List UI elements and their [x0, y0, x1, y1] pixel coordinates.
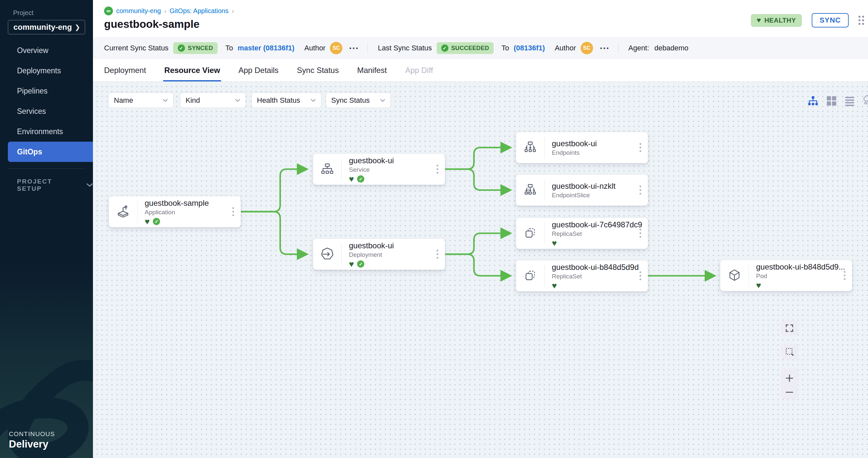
tab-app-diff[interactable]: App Diff — [405, 59, 433, 81]
author-label: Author — [555, 44, 576, 52]
node-title: guestbook-ui-b848d5d9d — [552, 262, 648, 272]
node-kind: Deployment — [349, 251, 445, 259]
sidebar-item-pipelines[interactable]: Pipelines — [0, 81, 93, 101]
author-label: Author — [304, 44, 326, 52]
node-menu-button[interactable] — [638, 227, 643, 240]
node-replicaset-1[interactable]: guestbook-ui-7c64987dc9 ReplicaSet ♥ — [516, 218, 648, 249]
tab-sync-status[interactable]: Sync Status — [297, 59, 339, 81]
edge-deployment-replicaset2 — [445, 254, 509, 276]
project-setup-toggle[interactable]: PROJECT SETUP — [17, 178, 93, 192]
tab-app-details[interactable]: App Details — [238, 59, 279, 81]
filter-health-status[interactable]: Health Status — [251, 93, 321, 108]
node-replicaset-2[interactable]: guestbook-ui-b848d5d9d ReplicaSet ♥ — [516, 260, 648, 292]
resource-graph-canvas: Name Kind Health Status Sync Status — [93, 82, 868, 458]
filter-health-status-label: Health Status — [257, 96, 300, 105]
node-menu-button[interactable] — [638, 141, 643, 154]
endpointslice-icon — [516, 175, 544, 205]
node-title: guestbook-ui — [552, 139, 648, 149]
sync-more-button[interactable] — [600, 47, 609, 49]
health-status-badge: ♥ HEALTHY — [751, 14, 802, 27]
project-name: community-eng — [13, 23, 72, 32]
page-header: ∞ community-eng › GitOps: Applications ›… — [93, 0, 868, 37]
pod-icon — [720, 260, 748, 291]
module-logo-line2: Delivery — [9, 438, 55, 450]
node-menu-button[interactable] — [842, 269, 847, 282]
sync-button[interactable]: SYNC — [812, 13, 849, 28]
sidebar-item-gitops[interactable]: GitOps — [8, 142, 93, 162]
check-icon: ✓ — [441, 44, 448, 52]
health-badge-label: HEALTHY — [764, 17, 796, 24]
breadcrumb-separator: › — [164, 7, 166, 15]
edge-app-service — [241, 169, 306, 212]
node-endpoints[interactable]: guestbook-ui Endpoints — [516, 132, 648, 163]
sidebar-item-deployments[interactable]: Deployments — [0, 61, 93, 81]
current-commit-link[interactable]: master (08136f1) — [238, 44, 294, 52]
filter-name[interactable]: Name — [108, 93, 174, 108]
sidebar-item-overview[interactable]: Overview — [0, 40, 93, 61]
last-commit-link[interactable]: (08136f1) — [514, 44, 545, 52]
zoom-out-icon[interactable] — [785, 391, 794, 394]
sync-status-bar: Current Sync Status ✓ SYNCED To master (… — [93, 37, 868, 59]
sync-more-button[interactable] — [349, 47, 358, 49]
node-service[interactable]: guestbook-ui Service ♥ ✓ — [313, 154, 445, 185]
node-kind: Application — [145, 208, 241, 216]
healthy-heart-icon: ♥ — [756, 282, 761, 289]
fit-to-screen-button[interactable] — [781, 320, 798, 336]
tab-resource-view[interactable]: Resource View — [164, 59, 220, 81]
chevron-down-icon — [380, 99, 385, 102]
service-icon — [313, 154, 341, 185]
agent-value: debademo — [654, 44, 688, 52]
chevron-down-icon — [86, 183, 93, 187]
node-title: guestbook-ui-7c64987dc9 — [552, 220, 648, 230]
node-menu-button[interactable] — [638, 269, 643, 282]
node-kind: Service — [349, 166, 445, 174]
breadcrumb-project-link[interactable]: community-eng — [116, 7, 161, 15]
synced-badge-label: SYNCED — [188, 45, 213, 52]
app-menu-button[interactable] — [859, 16, 864, 25]
application-icon — [109, 196, 137, 227]
sidebar-item-environments[interactable]: Environments — [0, 121, 93, 142]
node-menu-button[interactable] — [230, 205, 236, 218]
to-label: To — [501, 44, 509, 52]
filter-sync-status-label: Sync Status — [331, 96, 370, 105]
agent-label: Agent: — [628, 44, 649, 52]
tab-deployment[interactable]: Deployment — [104, 59, 146, 81]
node-kind: Endpoints — [552, 149, 648, 157]
breadcrumb-applications-link[interactable]: GitOps: Applications — [169, 7, 228, 15]
node-application[interactable]: guestbook-sample Application ♥ ✓ — [108, 196, 241, 227]
succeeded-badge: ✓ SUCCEEDED — [437, 42, 494, 54]
project-setup-label: PROJECT SETUP — [17, 178, 79, 192]
edge-service-endpoints — [445, 148, 509, 169]
synced-check-icon: ✓ — [357, 260, 364, 268]
edge-service-endpointslice — [445, 169, 509, 190]
sidebar: Project community-eng ❯ Overview Deploym… — [0, 0, 93, 458]
author-avatar: SC — [330, 42, 342, 54]
filter-kind-label: Kind — [186, 96, 200, 105]
project-selector[interactable]: community-eng ❯ — [8, 20, 85, 34]
check-icon: ✓ — [178, 44, 185, 52]
divider — [368, 42, 368, 54]
node-pod[interactable]: guestbook-ui-b848d5d9... Pod ♥ — [720, 260, 852, 291]
replicaset-icon — [516, 260, 544, 291]
node-endpointslice[interactable]: guestbook-ui-nzklt EndpointSlice — [516, 174, 648, 206]
sidebar-item-services[interactable]: Services — [0, 101, 93, 121]
grid-view-icon[interactable] — [826, 95, 837, 107]
node-kind: Pod — [756, 272, 852, 280]
tab-manifest[interactable]: Manifest — [357, 59, 387, 81]
node-menu-button[interactable] — [638, 184, 643, 197]
cluster-view-icon[interactable] — [862, 95, 868, 107]
marquee-select-button[interactable] — [781, 344, 798, 360]
node-menu-button[interactable] — [435, 163, 440, 176]
list-view-icon[interactable] — [844, 95, 856, 107]
hierarchy-view-icon[interactable] — [807, 95, 819, 107]
node-menu-button[interactable] — [435, 248, 440, 261]
tab-bar: Deployment Resource View App Details Syn… — [93, 59, 868, 82]
node-title: guestbook-ui-b848d5d9... — [756, 262, 852, 272]
node-title: guestbook-ui — [349, 241, 445, 251]
filter-kind[interactable]: Kind — [180, 93, 246, 108]
heart-icon: ♥ — [757, 17, 761, 24]
healthy-heart-icon: ♥ — [552, 239, 557, 247]
node-deployment[interactable]: guestbook-ui Deployment ♥ ✓ — [313, 238, 445, 270]
zoom-in-icon[interactable] — [785, 374, 794, 383]
filter-sync-status[interactable]: Sync Status — [326, 93, 391, 108]
